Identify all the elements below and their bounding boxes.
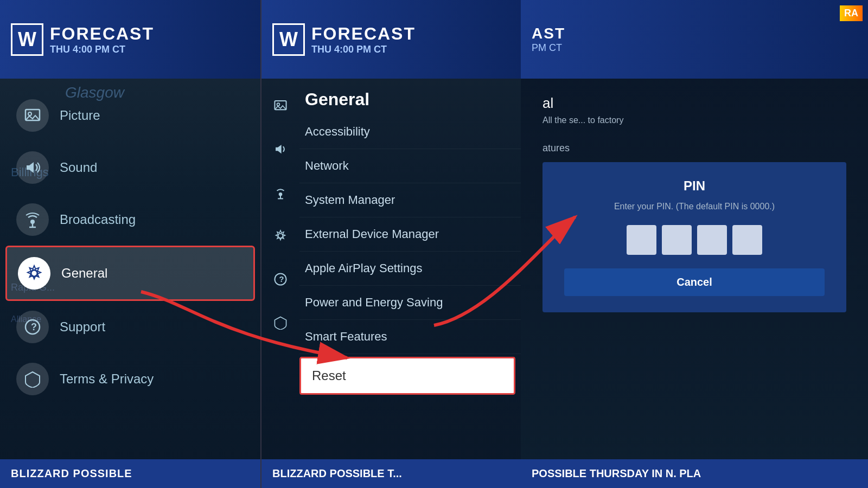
svg-text:?: ?	[31, 322, 37, 332]
submenu-item-reset[interactable]: Reset	[299, 357, 515, 395]
submenu-item-accessibility[interactable]: Accessibility	[299, 115, 521, 149]
middle-panel: W FORECAST THU 4:00 PM CT ?	[260, 0, 521, 488]
icon-picture-sm	[261, 84, 299, 127]
support-icon: ?	[16, 311, 49, 343]
broadcasting-icon	[16, 203, 49, 236]
pin-panel-content: al All the se... to factory atures PIN E…	[521, 79, 868, 329]
picture-label: Picture	[60, 108, 100, 123]
svg-text:?: ?	[279, 275, 284, 284]
all-settings-text: All the se... to factory	[542, 114, 846, 126]
icon-terms-sm	[261, 301, 299, 344]
svg-point-10	[277, 103, 280, 106]
middle-weather-bar: W FORECAST THU 4:00 PM CT	[261, 0, 521, 79]
menu-item-general[interactable]: General	[5, 246, 255, 301]
sound-icon	[16, 151, 49, 184]
pin-digit-3[interactable]	[697, 225, 727, 255]
submenu-icons: ?	[261, 79, 299, 397]
middle-forecast-title: FORECAST	[311, 24, 416, 44]
right-weather-title: AST	[532, 25, 565, 42]
left-ticker: BLIZZARD POSSIBLE	[0, 459, 260, 488]
terms-icon	[16, 363, 49, 395]
ra-badge: RA	[840, 5, 863, 21]
icon-broadcasting-sm	[261, 171, 299, 214]
submenu-item-smart-features[interactable]: Smart Features	[299, 320, 521, 354]
submenu-container: ? General Accessibility Network System M…	[261, 79, 521, 397]
picture-icon	[16, 99, 49, 132]
middle-w-logo: W	[272, 23, 305, 56]
left-menu: Picture Sound Broadcasting General ? Sup…	[0, 79, 260, 416]
general-label: General	[61, 266, 107, 281]
svg-marker-11	[276, 145, 282, 153]
icon-support-sm: ?	[261, 258, 299, 301]
reset-label: al	[542, 95, 846, 112]
right-ticker: POSSIBLE THURSDAY IN N. PLA	[521, 459, 868, 488]
svg-point-1	[28, 112, 31, 115]
middle-forecast-subtitle: THU 4:00 PM CT	[311, 44, 416, 55]
left-panel: W FORECAST THU 4:00 PM CT Glasgow Billin…	[0, 0, 260, 488]
pin-digit-1[interactable]	[627, 225, 656, 255]
submenu-item-power-energy[interactable]: Power and Energy Saving	[299, 286, 521, 320]
submenu-list: General Accessibility Network System Man…	[299, 79, 521, 397]
submenu-item-network[interactable]: Network	[299, 149, 521, 183]
left-weather-bar: W FORECAST THU 4:00 PM CT	[0, 0, 260, 79]
icon-sound-sm	[261, 127, 299, 171]
right-weather-bar: AST PM CT RA	[521, 0, 868, 79]
right-panel: AST PM CT RA al All the se... to factory…	[521, 0, 868, 488]
menu-item-support[interactable]: ? Support	[0, 301, 260, 353]
menu-item-broadcasting[interactable]: Broadcasting	[0, 194, 260, 246]
general-icon	[18, 257, 50, 290]
svg-marker-2	[27, 162, 34, 173]
menu-item-picture[interactable]: Picture	[0, 89, 260, 142]
icon-general-sm	[261, 214, 299, 258]
submenu-item-external-device[interactable]: External Device Manager	[299, 217, 521, 252]
right-weather-subtitle: PM CT	[532, 42, 565, 54]
menu-item-sound[interactable]: Sound	[0, 142, 260, 194]
support-label: Support	[60, 319, 105, 335]
pin-box: PIN Enter your PIN. (The default PIN is …	[542, 162, 846, 312]
terms-label: Terms & Privacy	[60, 371, 154, 387]
middle-forecast-text: FORECAST THU 4:00 PM CT	[311, 24, 416, 55]
features-label: atures	[542, 143, 846, 154]
right-weather-text: AST PM CT	[532, 25, 565, 54]
pin-digits	[564, 225, 825, 255]
pin-digit-4[interactable]	[732, 225, 762, 255]
forecast-subtitle: THU 4:00 PM CT	[50, 44, 154, 55]
middle-ticker: BLIZZARD POSSIBLE T...	[261, 459, 521, 488]
submenu-header: General	[299, 79, 521, 115]
broadcasting-label: Broadcasting	[60, 212, 136, 227]
w-logo: W	[11, 23, 43, 56]
forecast-title: FORECAST	[50, 24, 154, 44]
cancel-button[interactable]: Cancel	[564, 268, 825, 296]
pin-instruction: Enter your PIN. (The default PIN is 0000…	[564, 202, 825, 211]
pin-digit-2[interactable]	[662, 225, 692, 255]
sound-label: Sound	[60, 160, 97, 175]
menu-item-terms[interactable]: Terms & Privacy	[0, 353, 260, 405]
submenu-item-system-manager[interactable]: System Manager	[299, 183, 521, 217]
pin-title: PIN	[564, 178, 825, 194]
forecast-text: FORECAST THU 4:00 PM CT	[50, 24, 154, 55]
submenu-item-apple-airplay[interactable]: Apple AirPlay Settings	[299, 252, 521, 286]
